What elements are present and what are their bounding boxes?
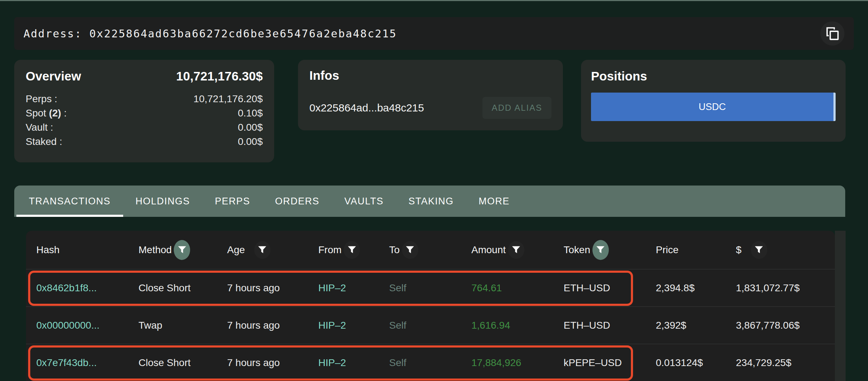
overview-row-vault: Vault : 0.00$ xyxy=(26,120,263,135)
infos-card: Infos 0x225864ad...ba48c215 ADD ALIAS xyxy=(298,60,563,130)
transactions-table: Hash Method Age From To xyxy=(26,231,835,381)
amount-cell: 1,616.94 xyxy=(471,320,564,331)
tab-staking[interactable]: STAKING xyxy=(396,186,466,217)
age-cell: 7 hours ago xyxy=(227,320,318,331)
tab-transactions[interactable]: TRANSACTIONS xyxy=(16,186,123,217)
perps-label: Perps : xyxy=(26,93,57,104)
copy-icon xyxy=(825,26,840,41)
token-cell: ETH–USD xyxy=(564,282,656,294)
overview-row-spot: Spot (2) : 0.10$ xyxy=(26,106,263,120)
usd-cell: 3,867,778.06$ xyxy=(736,320,835,331)
table-header: Hash Method Age From To xyxy=(26,231,835,269)
staked-label: Staked : xyxy=(26,136,62,147)
col-amount: Amount xyxy=(471,241,564,259)
token-cell: ETH–USD xyxy=(564,320,656,331)
page: Address: 0x225864ad63ba66272cd6be3e65476… xyxy=(0,0,868,381)
table-row: 0x7e7f43db... Close Short 7 hours ago HI… xyxy=(26,344,835,381)
filter-icon-amount[interactable] xyxy=(508,241,524,259)
hash-link[interactable]: 0x00000000... xyxy=(36,320,100,331)
position-usdc-button[interactable]: USDC xyxy=(591,93,836,121)
positions-card: Positions USDC xyxy=(581,60,846,142)
top-divider xyxy=(0,0,868,1)
vault-label: Vault : xyxy=(26,122,53,133)
method-cell: Twap xyxy=(138,320,227,331)
hash-link[interactable]: 0x8462b1f8... xyxy=(36,282,97,293)
address-value: 0x225864ad63ba66272cd6be3e65476a2eba48c2… xyxy=(89,27,397,40)
col-hash: Hash xyxy=(36,244,138,256)
age-cell: 7 hours ago xyxy=(227,357,318,369)
overview-row-perps: Perps : 10,721,176.20$ xyxy=(26,92,263,106)
address-label: Address: xyxy=(23,27,89,40)
filter-icon-to[interactable] xyxy=(402,241,418,259)
col-usd: $ xyxy=(736,241,835,259)
method-cell: Close Short xyxy=(138,357,227,369)
overview-total-value: 10,721,176.30$ xyxy=(176,69,263,83)
from-link[interactable]: HIP–2 xyxy=(318,357,346,368)
price-cell: 0.013124$ xyxy=(656,357,736,369)
col-to: To xyxy=(389,241,471,259)
col-age: Age xyxy=(227,241,318,259)
add-alias-button[interactable]: ADD ALIAS xyxy=(482,97,551,119)
filter-icon-from[interactable] xyxy=(344,241,360,259)
col-from: From xyxy=(318,241,389,259)
table-row: 0x8462b1f8... Close Short 7 hours ago HI… xyxy=(26,269,835,306)
spot-value: 0.10$ xyxy=(238,106,263,120)
col-method: Method xyxy=(138,240,227,260)
method-cell: Close Short xyxy=(138,282,227,294)
to-link[interactable]: Self xyxy=(389,282,406,293)
tab-bar: TRANSACTIONS HOLDINGS PERPS ORDERS VAULT… xyxy=(14,186,845,217)
filter-icon-usd[interactable] xyxy=(751,241,767,259)
address-bar: Address: 0x225864ad63ba66272cd6be3e65476… xyxy=(14,17,854,50)
usd-cell: 1,831,072.77$ xyxy=(736,282,835,294)
staked-value: 0.00$ xyxy=(238,135,263,149)
col-price: Price xyxy=(656,244,736,256)
overview-row-staked: Staked : 0.00$ xyxy=(26,135,263,149)
amount-cell: 17,884,926 xyxy=(471,357,564,369)
from-link[interactable]: HIP–2 xyxy=(318,282,346,293)
usd-cell: 234,729.25$ xyxy=(736,357,835,369)
to-link[interactable]: Self xyxy=(389,320,406,331)
infos-title: Infos xyxy=(309,68,339,82)
overview-card: Overview 10,721,176.30$ Perps : 10,721,1… xyxy=(14,60,274,162)
tab-vaults[interactable]: VAULTS xyxy=(332,186,396,217)
positions-title: Positions xyxy=(591,69,647,83)
to-link[interactable]: Self xyxy=(389,357,406,368)
tab-orders[interactable]: ORDERS xyxy=(263,186,332,217)
price-cell: 2,394.8$ xyxy=(656,282,736,294)
from-link[interactable]: HIP–2 xyxy=(318,320,346,331)
spot-label: Spot xyxy=(26,108,49,119)
token-cell: kPEPE–USD xyxy=(564,357,656,369)
filter-icon-age[interactable] xyxy=(254,241,271,259)
perps-value: 10,721,176.20$ xyxy=(193,92,263,106)
overview-title: Overview xyxy=(26,69,81,83)
amount-cell: 764.61 xyxy=(471,282,564,294)
filter-icon-token[interactable] xyxy=(592,240,609,260)
age-cell: 7 hours ago xyxy=(227,282,318,294)
tab-perps[interactable]: PERPS xyxy=(203,186,263,217)
vault-value: 0.00$ xyxy=(238,120,263,135)
spot-count: (2) xyxy=(49,108,61,119)
price-cell: 2,392$ xyxy=(656,320,736,331)
tab-more[interactable]: MORE xyxy=(466,186,522,217)
filter-icon-method[interactable] xyxy=(174,240,190,260)
tab-holdings[interactable]: HOLDINGS xyxy=(123,186,203,217)
short-address: 0x225864ad...ba48c215 xyxy=(309,102,424,114)
spot-suffix: : xyxy=(61,108,67,119)
col-token: Token xyxy=(564,240,656,260)
table-row: 0x00000000... Twap 7 hours ago HIP–2 Sel… xyxy=(26,306,835,344)
table-scrollbar-track[interactable] xyxy=(835,231,846,381)
hash-link[interactable]: 0x7e7f43db... xyxy=(36,357,97,368)
copy-address-button[interactable] xyxy=(820,21,845,46)
